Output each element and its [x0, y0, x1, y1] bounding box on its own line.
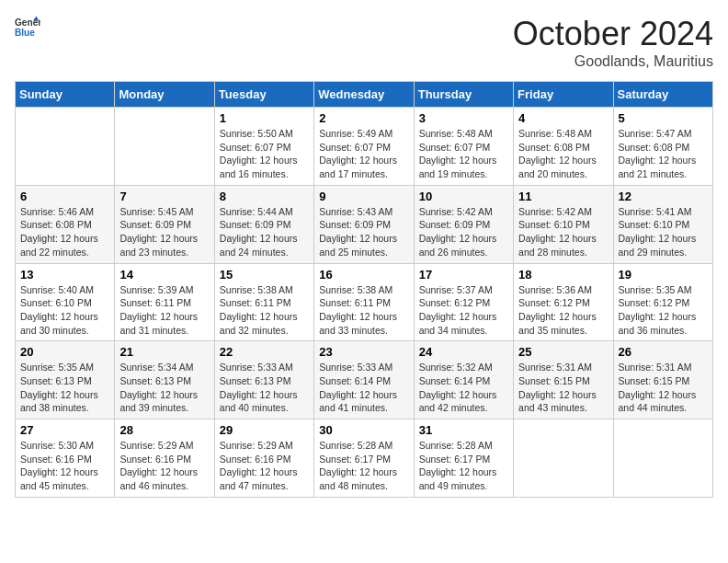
weekday-header-cell: Saturday — [613, 82, 712, 108]
calendar-week-row: 6Sunrise: 5:46 AM Sunset: 6:08 PM Daylig… — [16, 185, 713, 263]
day-number: 17 — [419, 268, 508, 282]
title-block: October 2024 Goodlands, Mauritius — [513, 15, 713, 70]
weekday-header-cell: Friday — [514, 82, 613, 108]
day-info: Sunrise: 5:47 AM Sunset: 6:08 PM Dayligh… — [619, 127, 708, 181]
day-number: 1 — [220, 111, 309, 125]
day-info: Sunrise: 5:49 AM Sunset: 6:07 PM Dayligh… — [319, 127, 408, 181]
day-number: 11 — [518, 190, 608, 203]
weekday-header-cell: Tuesday — [214, 82, 313, 108]
calendar-cell: 7Sunrise: 5:45 AM Sunset: 6:09 PM Daylig… — [115, 185, 214, 263]
day-number: 4 — [518, 111, 608, 125]
day-info: Sunrise: 5:29 AM Sunset: 6:16 PM Dayligh… — [119, 439, 209, 493]
calendar-cell: 14Sunrise: 5:39 AM Sunset: 6:11 PM Dayli… — [115, 263, 214, 341]
day-info: Sunrise: 5:39 AM Sunset: 6:11 PM Dayligh… — [119, 283, 209, 338]
svg-text:Blue: Blue — [15, 28, 35, 38]
weekday-header-cell: Monday — [115, 82, 214, 108]
calendar-body: 1Sunrise: 5:50 AM Sunset: 6:07 PM Daylig… — [16, 108, 713, 498]
day-number: 14 — [119, 268, 209, 282]
day-number: 27 — [20, 423, 109, 437]
calendar-cell: 12Sunrise: 5:41 AM Sunset: 6:10 PM Dayli… — [613, 185, 712, 263]
weekday-header-cell: Sunday — [16, 82, 115, 108]
day-info: Sunrise: 5:33 AM Sunset: 6:13 PM Dayligh… — [220, 361, 309, 415]
day-number: 10 — [419, 190, 508, 203]
day-info: Sunrise: 5:43 AM Sunset: 6:09 PM Dayligh… — [319, 205, 408, 259]
day-number: 8 — [220, 190, 309, 203]
day-number: 22 — [220, 345, 309, 359]
calendar-cell: 23Sunrise: 5:33 AM Sunset: 6:14 PM Dayli… — [314, 341, 414, 419]
calendar-week-row: 13Sunrise: 5:40 AM Sunset: 6:10 PM Dayli… — [16, 263, 713, 341]
day-number: 3 — [419, 111, 508, 125]
calendar-cell: 22Sunrise: 5:33 AM Sunset: 6:13 PM Dayli… — [214, 341, 313, 419]
calendar-cell: 4Sunrise: 5:48 AM Sunset: 6:08 PM Daylig… — [514, 108, 613, 186]
calendar-cell — [115, 108, 214, 186]
calendar-cell: 19Sunrise: 5:35 AM Sunset: 6:12 PM Dayli… — [613, 263, 712, 341]
day-number: 2 — [319, 111, 408, 125]
page-header: General Blue October 2024 Goodlands, Mau… — [15, 15, 713, 70]
day-number: 12 — [619, 190, 708, 203]
day-number: 7 — [119, 190, 209, 203]
day-info: Sunrise: 5:35 AM Sunset: 6:13 PM Dayligh… — [20, 361, 109, 415]
month-title: October 2024 — [513, 15, 713, 53]
calendar-cell: 11Sunrise: 5:42 AM Sunset: 6:10 PM Dayli… — [514, 185, 613, 263]
day-number: 21 — [119, 345, 209, 359]
day-info: Sunrise: 5:41 AM Sunset: 6:10 PM Dayligh… — [619, 205, 708, 259]
day-number: 19 — [619, 268, 708, 282]
calendar-cell: 10Sunrise: 5:42 AM Sunset: 6:09 PM Dayli… — [414, 185, 513, 263]
calendar-cell: 8Sunrise: 5:44 AM Sunset: 6:09 PM Daylig… — [214, 185, 313, 263]
day-info: Sunrise: 5:33 AM Sunset: 6:14 PM Dayligh… — [319, 361, 408, 415]
day-info: Sunrise: 5:40 AM Sunset: 6:10 PM Dayligh… — [20, 283, 109, 338]
day-info: Sunrise: 5:32 AM Sunset: 6:14 PM Dayligh… — [419, 361, 508, 415]
day-number: 26 — [619, 345, 708, 359]
calendar-cell: 9Sunrise: 5:43 AM Sunset: 6:09 PM Daylig… — [314, 185, 414, 263]
calendar-week-row: 20Sunrise: 5:35 AM Sunset: 6:13 PM Dayli… — [16, 341, 713, 419]
day-number: 24 — [419, 345, 508, 359]
day-number: 13 — [20, 268, 109, 282]
day-info: Sunrise: 5:29 AM Sunset: 6:16 PM Dayligh… — [220, 439, 309, 493]
day-info: Sunrise: 5:48 AM Sunset: 6:08 PM Dayligh… — [518, 127, 608, 181]
day-number: 31 — [419, 423, 508, 437]
calendar-cell: 5Sunrise: 5:47 AM Sunset: 6:08 PM Daylig… — [613, 108, 712, 186]
day-number: 16 — [319, 268, 408, 282]
calendar-cell: 30Sunrise: 5:28 AM Sunset: 6:17 PM Dayli… — [314, 419, 414, 498]
calendar-cell — [514, 419, 613, 498]
day-number: 29 — [220, 423, 309, 437]
calendar-cell: 1Sunrise: 5:50 AM Sunset: 6:07 PM Daylig… — [214, 108, 313, 186]
calendar-cell: 26Sunrise: 5:31 AM Sunset: 6:15 PM Dayli… — [613, 341, 712, 419]
day-info: Sunrise: 5:42 AM Sunset: 6:10 PM Dayligh… — [518, 205, 608, 259]
weekday-header-cell: Wednesday — [314, 82, 414, 108]
weekday-header-cell: Thursday — [414, 82, 513, 108]
calendar-cell: 3Sunrise: 5:48 AM Sunset: 6:07 PM Daylig… — [414, 108, 513, 186]
calendar-cell: 6Sunrise: 5:46 AM Sunset: 6:08 PM Daylig… — [16, 185, 115, 263]
day-info: Sunrise: 5:50 AM Sunset: 6:07 PM Dayligh… — [220, 127, 309, 181]
day-info: Sunrise: 5:45 AM Sunset: 6:09 PM Dayligh… — [119, 205, 209, 259]
day-number: 30 — [319, 423, 408, 437]
calendar-week-row: 27Sunrise: 5:30 AM Sunset: 6:16 PM Dayli… — [16, 419, 713, 498]
calendar-cell — [613, 419, 712, 498]
day-number: 9 — [319, 190, 408, 203]
day-number: 18 — [518, 268, 608, 282]
day-info: Sunrise: 5:30 AM Sunset: 6:16 PM Dayligh… — [20, 439, 109, 493]
day-info: Sunrise: 5:48 AM Sunset: 6:07 PM Dayligh… — [419, 127, 508, 181]
day-info: Sunrise: 5:38 AM Sunset: 6:11 PM Dayligh… — [319, 283, 408, 338]
calendar-cell: 27Sunrise: 5:30 AM Sunset: 6:16 PM Dayli… — [16, 419, 115, 498]
calendar-table: SundayMondayTuesdayWednesdayThursdayFrid… — [15, 81, 713, 498]
day-info: Sunrise: 5:37 AM Sunset: 6:12 PM Dayligh… — [419, 283, 508, 338]
day-info: Sunrise: 5:46 AM Sunset: 6:08 PM Dayligh… — [20, 205, 109, 259]
day-info: Sunrise: 5:35 AM Sunset: 6:12 PM Dayligh… — [619, 283, 708, 338]
logo: General Blue — [15, 15, 40, 40]
calendar-cell: 25Sunrise: 5:31 AM Sunset: 6:15 PM Dayli… — [514, 341, 613, 419]
calendar-cell: 20Sunrise: 5:35 AM Sunset: 6:13 PM Dayli… — [16, 341, 115, 419]
day-number: 5 — [619, 111, 708, 125]
day-info: Sunrise: 5:28 AM Sunset: 6:17 PM Dayligh… — [319, 439, 408, 493]
calendar-cell: 28Sunrise: 5:29 AM Sunset: 6:16 PM Dayli… — [115, 419, 214, 498]
day-number: 20 — [20, 345, 109, 359]
day-info: Sunrise: 5:31 AM Sunset: 6:15 PM Dayligh… — [619, 361, 708, 415]
calendar-cell: 16Sunrise: 5:38 AM Sunset: 6:11 PM Dayli… — [314, 263, 414, 341]
location: Goodlands, Mauritius — [513, 53, 713, 70]
day-info: Sunrise: 5:42 AM Sunset: 6:09 PM Dayligh… — [419, 205, 508, 259]
day-info: Sunrise: 5:31 AM Sunset: 6:15 PM Dayligh… — [518, 361, 608, 415]
calendar-week-row: 1Sunrise: 5:50 AM Sunset: 6:07 PM Daylig… — [16, 108, 713, 186]
day-number: 15 — [220, 268, 309, 282]
calendar-cell: 24Sunrise: 5:32 AM Sunset: 6:14 PM Dayli… — [414, 341, 513, 419]
day-info: Sunrise: 5:28 AM Sunset: 6:17 PM Dayligh… — [419, 439, 508, 493]
